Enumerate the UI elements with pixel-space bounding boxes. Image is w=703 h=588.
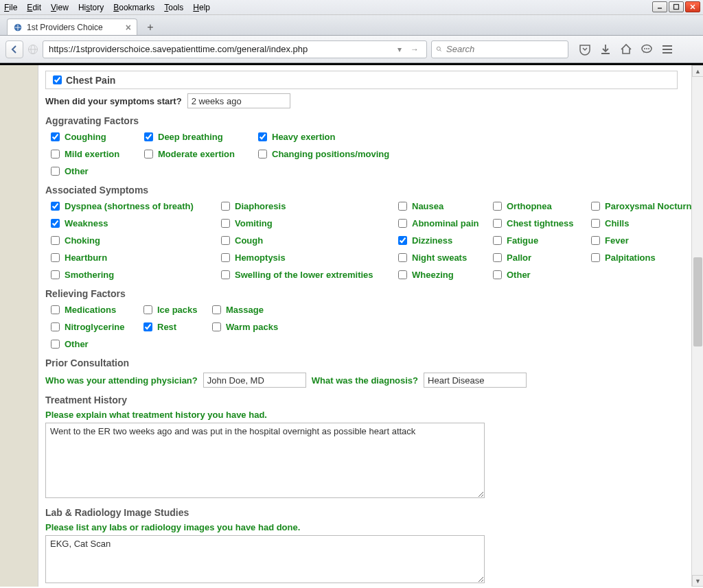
associated-label[interactable]: Swelling of the lower extremities: [235, 270, 373, 280]
symptoms-start-input[interactable]: [187, 93, 290, 108]
physician-input[interactable]: [203, 373, 306, 388]
relieving-checkbox[interactable]: [212, 305, 221, 314]
associated-checkbox[interactable]: [493, 270, 502, 279]
scrollbar[interactable]: ▲ ▼: [691, 65, 703, 587]
associated-label[interactable]: Choking: [65, 235, 100, 246]
relieving-checkbox[interactable]: [51, 305, 60, 314]
relieving-label[interactable]: Nitroglycerine: [65, 322, 124, 332]
chat-icon[interactable]: [640, 43, 654, 56]
menu-history[interactable]: History: [78, 3, 104, 12]
scrollbar-thumb[interactable]: [693, 257, 702, 346]
chest-pain-checkbox[interactable]: [53, 75, 62, 84]
menu-help[interactable]: Help: [193, 3, 210, 12]
relieving-label[interactable]: Warm packs: [226, 322, 278, 332]
associated-label[interactable]: Other: [507, 270, 531, 280]
relieving-checkbox[interactable]: [51, 340, 60, 349]
associated-checkbox[interactable]: [221, 270, 230, 279]
associated-checkbox[interactable]: [221, 253, 230, 262]
associated-label[interactable]: Palpitations: [605, 252, 656, 263]
url-input[interactable]: [47, 43, 392, 55]
browser-tab[interactable]: 1st Providers Choice ×: [7, 19, 137, 35]
associated-checkbox[interactable]: [493, 236, 502, 245]
associated-label[interactable]: Smothering: [65, 270, 114, 280]
aggravating-label[interactable]: Coughing: [65, 132, 106, 142]
associated-checkbox[interactable]: [221, 219, 230, 228]
associated-checkbox[interactable]: [51, 270, 60, 279]
associated-checkbox[interactable]: [51, 236, 60, 245]
aggravating-checkbox[interactable]: [258, 132, 267, 141]
downloads-icon[interactable]: [599, 43, 612, 56]
associated-label[interactable]: Dyspnea (shortness of breath): [65, 201, 194, 211]
menu-view[interactable]: View: [51, 3, 69, 12]
aggravating-label[interactable]: Deep breathing: [158, 132, 223, 142]
pocket-icon[interactable]: [578, 43, 592, 56]
menu-bookmarks[interactable]: Bookmarks: [113, 3, 154, 12]
aggravating-label[interactable]: Changing positions/moving: [272, 149, 389, 159]
menu-edit[interactable]: Edit: [27, 3, 41, 12]
associated-checkbox[interactable]: [51, 219, 60, 228]
aggravating-checkbox[interactable]: [258, 150, 267, 158]
diagnosis-input[interactable]: [424, 373, 527, 388]
url-dropdown-button[interactable]: ▾: [392, 45, 407, 54]
associated-label[interactable]: Orthopnea: [507, 201, 552, 211]
menu-file[interactable]: File: [4, 3, 17, 12]
aggravating-checkbox[interactable]: [144, 132, 153, 141]
aggravating-checkbox[interactable]: [51, 167, 60, 176]
url-go-button[interactable]: →: [407, 45, 422, 54]
associated-label[interactable]: Abnominal pain: [412, 218, 479, 228]
associated-label[interactable]: Weakness: [65, 218, 108, 228]
associated-label[interactable]: Diaphoresis: [235, 201, 286, 211]
window-close-button[interactable]: [685, 1, 700, 12]
associated-label[interactable]: Chest tightness: [507, 218, 574, 228]
scroll-up-button[interactable]: ▲: [692, 65, 703, 77]
associated-checkbox[interactable]: [398, 236, 407, 245]
associated-checkbox[interactable]: [493, 253, 502, 262]
associated-checkbox[interactable]: [398, 202, 407, 211]
aggravating-checkbox[interactable]: [144, 150, 153, 158]
associated-checkbox[interactable]: [398, 270, 407, 279]
associated-checkbox[interactable]: [398, 219, 407, 228]
relieving-label[interactable]: Massage: [226, 305, 264, 315]
home-icon[interactable]: [619, 43, 633, 56]
search-input[interactable]: [445, 43, 564, 55]
associated-label[interactable]: Nausea: [412, 201, 443, 211]
back-button[interactable]: [5, 40, 23, 58]
new-tab-button[interactable]: +: [143, 20, 158, 35]
associated-checkbox[interactable]: [51, 202, 60, 211]
associated-label[interactable]: Night sweats: [412, 252, 467, 263]
associated-label[interactable]: Paroxysmal Nocturnal D: [605, 201, 691, 211]
associated-checkbox[interactable]: [591, 236, 600, 245]
window-maximize-button[interactable]: [669, 1, 684, 12]
associated-label[interactable]: Chills: [605, 218, 629, 228]
scroll-down-button[interactable]: ▼: [692, 575, 703, 587]
relieving-checkbox[interactable]: [212, 322, 221, 331]
lab-textarea[interactable]: [45, 535, 485, 583]
relieving-label[interactable]: Rest: [157, 322, 176, 332]
menu-icon[interactable]: [660, 43, 674, 56]
associated-checkbox[interactable]: [591, 253, 600, 262]
associated-checkbox[interactable]: [221, 236, 230, 245]
associated-checkbox[interactable]: [221, 202, 230, 211]
associated-label[interactable]: Fever: [605, 235, 629, 246]
relieving-label[interactable]: Ice packs: [157, 305, 198, 315]
aggravating-label[interactable]: Moderate exertion: [158, 149, 235, 159]
aggravating-label[interactable]: Heavy exertion: [272, 132, 336, 142]
menu-tools[interactable]: Tools: [164, 3, 183, 12]
associated-checkbox[interactable]: [591, 202, 600, 211]
associated-checkbox[interactable]: [493, 202, 502, 211]
associated-label[interactable]: Hemoptysis: [235, 252, 286, 263]
relieving-checkbox[interactable]: [143, 305, 152, 314]
aggravating-checkbox[interactable]: [51, 132, 60, 141]
aggravating-label[interactable]: Mild exertion: [65, 149, 119, 159]
associated-label[interactable]: Vomiting: [235, 218, 273, 228]
aggravating-label[interactable]: Other: [65, 166, 89, 176]
search-bar[interactable]: [431, 40, 568, 58]
associated-label[interactable]: Wheezing: [412, 270, 454, 280]
relieving-label[interactable]: Medications: [65, 305, 116, 315]
associated-label[interactable]: Pallor: [507, 252, 531, 263]
relieving-checkbox[interactable]: [51, 322, 60, 331]
associated-label[interactable]: Cough: [235, 235, 263, 246]
associated-checkbox[interactable]: [591, 219, 600, 228]
associated-label[interactable]: Fatigue: [507, 235, 538, 246]
relieving-label[interactable]: Other: [65, 339, 89, 349]
